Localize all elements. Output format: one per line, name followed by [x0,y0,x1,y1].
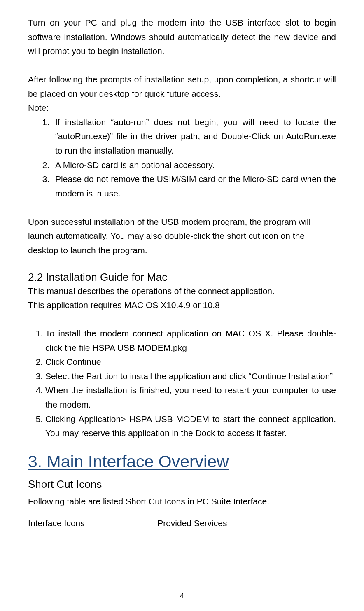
icons-table: Interface Icons Provided Services [28,515,336,532]
table-header-row: Interface Icons Provided Services [28,515,336,532]
note-label: Note: [28,101,336,115]
step-item: When the installation is finished, you n… [45,383,336,412]
mac-steps-list: To install the modem connect application… [28,326,336,441]
heading-shortcut-icons: Short Cut Icons [28,478,336,491]
paragraph-shortcut: After following the prompts of installat… [28,72,336,101]
page-number: 4 [0,591,364,600]
paragraph-launch: Upon successful installation of the USB … [28,215,336,258]
step-item: Select the Partition to install the appl… [45,369,336,384]
mac-intro-line2: This application requires MAC OS X10.4.9… [28,298,336,312]
table-intro-text: Following table are listed Short Cut Ico… [28,497,336,506]
step-item: To install the modem connect application… [45,326,336,355]
step-item: Click Continue [45,355,336,369]
note-item: Please do not remove the USIM/SIM card o… [52,172,336,201]
heading-mac-guide: 2.2 Installation Guide for Mac [28,271,336,284]
note-item: A Micro-SD card is an optional accessory… [52,158,336,173]
notes-list: If installation “auto-run” does not begi… [28,115,336,201]
heading-main-interface: 3. Main Interface Overview [28,452,336,471]
note-item: If installation “auto-run” does not begi… [52,115,336,158]
table-header-services: Provided Services [157,515,336,532]
table-header-icons: Interface Icons [28,515,157,532]
mac-intro-line1: This manual describes the operations of … [28,284,336,299]
paragraph-software-install: Turn on your PC and plug the modem into … [28,16,336,58]
step-item: Clicking Application> HSPA USB MODEM to … [45,412,336,441]
